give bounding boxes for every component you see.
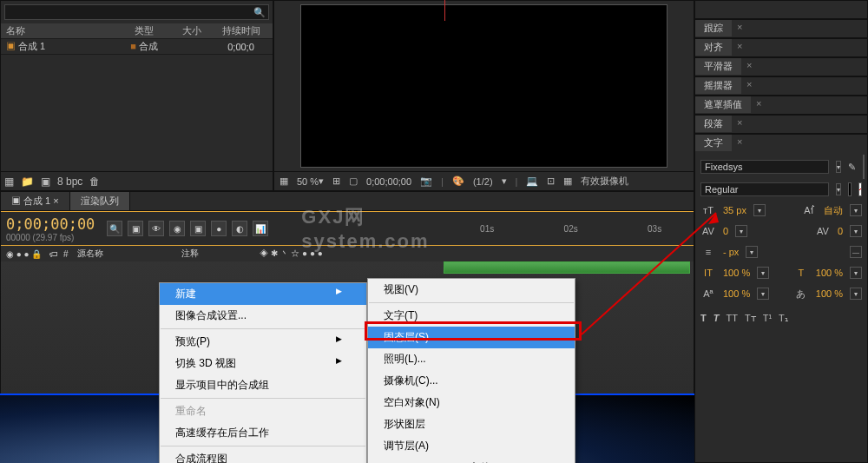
tl-icon[interactable]: ▣ xyxy=(128,221,143,236)
panel-smoother[interactable]: 平滑器 xyxy=(695,58,741,75)
resolution-dropdown[interactable]: (1/2) xyxy=(473,176,493,187)
eyedropper-icon[interactable]: ✎ xyxy=(848,162,856,173)
stroke-width[interactable]: - px xyxy=(723,247,739,257)
safe-zones-icon[interactable]: ⊞ xyxy=(332,175,340,187)
font-size-icon: тT xyxy=(700,205,716,215)
project-columns-header: 名称 类型 大小 持续时间 xyxy=(1,23,273,39)
menu-item[interactable]: 显示项目中的合成组 xyxy=(160,374,366,396)
vert-scale[interactable]: 100 % xyxy=(723,268,750,278)
watermark: GXJ网 system.com xyxy=(301,204,470,253)
no-fill-swatch[interactable] xyxy=(858,182,862,196)
delete-icon[interactable]: 🗑 xyxy=(89,175,100,188)
panel-mask-interp[interactable]: 遮罩插值 xyxy=(695,96,751,113)
col-size[interactable]: 大小 xyxy=(174,24,209,37)
panel-paragraph[interactable]: 段落 xyxy=(695,116,732,132)
pc-icon[interactable]: 💻 xyxy=(526,175,538,187)
panel-align[interactable]: 对齐 xyxy=(695,39,732,56)
menu-item[interactable]: 图像合成设置... xyxy=(160,305,366,327)
channels-icon[interactable]: 🎨 xyxy=(452,175,464,187)
timeline-ruler[interactable]: GXJ网 system.com 01s 02s 03s xyxy=(275,217,720,240)
composition-icon: ▣ xyxy=(6,41,16,51)
tracking-val[interactable]: 0 xyxy=(838,226,843,236)
composition-viewer: ▦ 50 % ▾ ⊞ ▢ 0;00;00;00 📷 | 🎨 (1/2) ▾ | … xyxy=(273,0,694,191)
tl-fx-icon[interactable]: ◐ xyxy=(232,221,247,236)
baseline-shift[interactable]: 100 % xyxy=(723,288,750,299)
menu-item[interactable]: 高速缓存在后台工作 xyxy=(160,422,366,444)
project-search-input[interactable] xyxy=(4,4,269,20)
tl-layers-icon[interactable]: ◉ xyxy=(169,221,185,236)
italic-icon[interactable]: T xyxy=(713,313,720,323)
menu-item[interactable]: 固态层(S)... xyxy=(368,327,575,348)
menu-item[interactable]: 形状图层 xyxy=(368,413,575,435)
tl-hide-icon[interactable]: 👁 xyxy=(148,221,164,236)
panel-tracking[interactable]: 跟踪 xyxy=(695,20,732,36)
menu-item[interactable]: 预览(P) xyxy=(160,331,366,353)
leading[interactable]: 自动 xyxy=(824,204,843,217)
project-panel: 🔍 名称 类型 大小 持续时间 ▣ 合成 1 ■ 合成 0;00;0 xyxy=(0,0,273,191)
fps-label: 00000 (29.97 fps) xyxy=(6,233,95,242)
stroke-style-icon[interactable]: — xyxy=(850,246,862,258)
roi-icon[interactable]: ⊡ xyxy=(547,175,555,187)
font-weight-select[interactable] xyxy=(700,182,829,196)
menu-item[interactable]: 照明(L)... xyxy=(368,348,575,370)
search-icon[interactable]: 🔍 xyxy=(107,221,122,236)
mask-icon[interactable]: ▢ xyxy=(349,175,358,187)
project-item[interactable]: ▣ 合成 1 ■ 合成 0;00;0 xyxy=(1,39,273,55)
col-name[interactable]: 名称 xyxy=(1,24,114,37)
tl-solo-icon[interactable]: ▣ xyxy=(190,221,206,236)
font-size[interactable]: 35 px xyxy=(723,205,746,215)
menu-item[interactable]: 空白对象(N) xyxy=(368,392,575,413)
col-note[interactable]: 注释 xyxy=(181,248,260,260)
kerning[interactable]: 0 xyxy=(723,226,728,236)
menu-item[interactable]: 切换 3D 视图 xyxy=(160,353,366,374)
layer-context-menu: 新建图像合成设置...预览(P)切换 3D 视图显示项目中的合成组重命名高速缓存… xyxy=(159,282,367,463)
timeline-playhead[interactable] xyxy=(444,0,445,21)
menu-item[interactable]: 摄像机(C)... xyxy=(368,370,575,392)
superscript-icon[interactable]: T¹ xyxy=(763,313,772,323)
menu-item[interactable]: 视图(V) xyxy=(368,279,575,301)
snapshot-icon[interactable]: 📷 xyxy=(420,175,432,187)
project-footer: ▦ 📁 ▣ 8 bpc 🗑 xyxy=(1,171,273,190)
smallcaps-icon[interactable]: Tᴛ xyxy=(745,313,756,324)
allcaps-icon[interactable]: TT xyxy=(726,313,737,323)
current-time[interactable]: 0;00;00;00 xyxy=(366,176,411,187)
tab-render-queue[interactable]: 渲染队列 xyxy=(70,192,130,210)
fill-color-swatch[interactable] xyxy=(863,155,865,179)
viewer-canvas[interactable] xyxy=(300,4,667,168)
new-comp-icon[interactable]: ▣ xyxy=(41,175,50,188)
new-submenu: 视图(V)文字(T)固态层(S)...照明(L)...摄像机(C)...空白对象… xyxy=(367,278,575,463)
menu-item[interactable]: 调节层(A) xyxy=(368,435,575,457)
transparency-icon[interactable]: ▦ xyxy=(563,175,572,187)
search-icon: 🔍 xyxy=(253,7,266,18)
menu-item: 重命名 xyxy=(160,400,366,422)
bpc-button[interactable]: 8 bpc xyxy=(57,175,82,188)
menu-item[interactable]: 文字(T) xyxy=(368,305,575,327)
timecode[interactable]: 0;00;00;00 xyxy=(6,215,95,233)
subscript-icon[interactable]: T₁ xyxy=(779,313,788,324)
interpret-icon[interactable]: ▦ xyxy=(4,175,14,188)
tab-composition[interactable]: ▣ 合成 1 × xyxy=(1,192,70,210)
leading-icon: Aẛ xyxy=(801,205,817,216)
panel-character[interactable]: 文字 xyxy=(695,135,732,151)
font-family-select[interactable] xyxy=(700,160,829,174)
tl-graph-icon[interactable]: 📊 xyxy=(253,221,268,236)
tl-blur-icon[interactable]: ● xyxy=(211,221,227,236)
col-source-name[interactable]: 源名称 xyxy=(77,248,181,260)
folder-icon[interactable]: 📁 xyxy=(21,175,34,188)
horiz-scale[interactable]: 100 % xyxy=(816,268,843,278)
swatch-black[interactable] xyxy=(848,182,852,196)
timeline-work-area[interactable] xyxy=(444,261,690,274)
col-duration[interactable]: 持续时间 xyxy=(209,24,273,37)
grid-icon[interactable]: ▦ xyxy=(279,175,288,187)
tsume[interactable]: 100 % xyxy=(816,288,843,299)
camera-dropdown[interactable]: 有效摄像机 xyxy=(581,175,628,188)
menu-item[interactable]: Adobe Photoshop 文件(H)... xyxy=(368,457,575,463)
tracking-icon: AV xyxy=(815,226,831,236)
bold-icon[interactable]: T xyxy=(700,313,707,323)
menu-item[interactable]: 合成流程图 xyxy=(160,448,366,463)
menu-item[interactable]: 新建 xyxy=(160,283,366,305)
panel-wiggler[interactable]: 摇摆器 xyxy=(695,77,741,94)
col-type[interactable]: 类型 xyxy=(114,24,174,37)
zoom-dropdown[interactable]: 50 % ▾ xyxy=(297,175,324,187)
chevron-down-icon[interactable]: ▾ xyxy=(836,161,841,173)
